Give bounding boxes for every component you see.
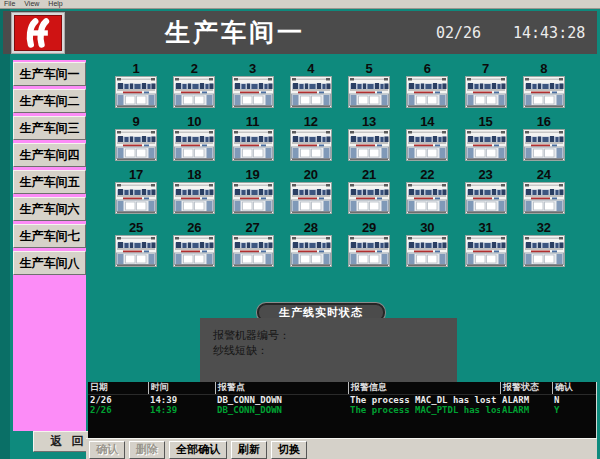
- toolbar-button-3[interactable]: 全部确认: [169, 441, 227, 459]
- knitting-machine-icon: [173, 129, 215, 161]
- knitting-machine-icon: [348, 129, 390, 161]
- machine-number-label: 4: [307, 62, 314, 76]
- machine-9[interactable]: 9: [115, 115, 157, 168]
- alarm-info-panel: 报警机器编号： 纱线短缺：: [200, 318, 457, 383]
- machine-12[interactable]: 12: [290, 115, 332, 168]
- knitting-machine-icon: [290, 76, 332, 108]
- company-logo: [11, 12, 65, 54]
- alarm-cell: 14:39: [148, 405, 215, 415]
- machine-27[interactable]: 27: [232, 221, 274, 274]
- machine-14[interactable]: 14: [406, 115, 448, 168]
- sidebar: 生产车间一生产车间二生产车间三生产车间四生产车间五生产车间六生产车间七生产车间八: [13, 60, 86, 431]
- knitting-machine-icon: [406, 182, 448, 214]
- alarm-cell: 2/26: [88, 405, 148, 415]
- sidebar-item-workshop-4[interactable]: 生产车间四: [13, 143, 86, 167]
- alarm-cell: DB_CONN_DOWN: [215, 405, 348, 415]
- machine-number-label: 9: [133, 115, 140, 129]
- menu-item-help[interactable]: Help: [48, 0, 62, 8]
- machine-number-label: 1: [133, 62, 140, 76]
- menu-item-view[interactable]: View: [24, 0, 39, 8]
- menu-item-file[interactable]: File: [4, 0, 15, 8]
- yarn-shortage-label: 纱线短缺：: [213, 343, 457, 358]
- alarm-row-1[interactable]: 2/2614:39DB_CONN_DOWNThe process MAC_DL …: [88, 395, 596, 405]
- toolbar-button-5[interactable]: 切换: [271, 441, 307, 459]
- machine-number-label: 32: [537, 221, 551, 235]
- machine-number-label: 3: [249, 62, 256, 76]
- knitting-machine-icon: [232, 129, 274, 161]
- alarm-column-header: 报警状态: [500, 382, 552, 394]
- knitting-machine-icon: [173, 76, 215, 108]
- knitting-machine-icon: [465, 76, 507, 108]
- machine-number-label: 25: [129, 221, 143, 235]
- header-date: 02/26: [436, 24, 481, 42]
- knitting-machine-icon: [173, 182, 215, 214]
- machine-19[interactable]: 19: [232, 168, 274, 221]
- toolbar-button-4[interactable]: 刷新: [231, 441, 267, 459]
- logo-h-glyph: [15, 16, 61, 50]
- page-title: 生产车间一: [128, 16, 342, 49]
- machine-20[interactable]: 20: [290, 168, 332, 221]
- machine-30[interactable]: 30: [406, 221, 448, 274]
- machine-17[interactable]: 17: [115, 168, 157, 221]
- machine-3[interactable]: 3: [232, 62, 274, 115]
- sidebar-item-workshop-6[interactable]: 生产车间六: [13, 197, 86, 221]
- machine-26[interactable]: 26: [173, 221, 215, 274]
- machine-13[interactable]: 13: [348, 115, 390, 168]
- machine-6[interactable]: 6: [406, 62, 448, 115]
- machine-number-label: 13: [362, 115, 376, 129]
- knitting-machine-icon: [465, 235, 507, 267]
- sidebar-item-workshop-7[interactable]: 生产车间七: [13, 224, 86, 248]
- machine-21[interactable]: 21: [348, 168, 390, 221]
- left-edge-strip: [0, 9, 10, 459]
- sidebar-item-workshop-8[interactable]: 生产车间八: [13, 251, 86, 275]
- sidebar-item-workshop-1[interactable]: 生产车间一: [13, 62, 86, 86]
- alarm-table: 日期时间报警点报警信息报警状态确认 2/2614:39DB_CONN_DOWNT…: [88, 382, 597, 440]
- machine-29[interactable]: 29: [348, 221, 390, 274]
- machine-15[interactable]: 15: [465, 115, 507, 168]
- machine-16[interactable]: 16: [523, 115, 565, 168]
- knitting-machine-icon: [465, 129, 507, 161]
- machine-number-label: 12: [304, 115, 318, 129]
- machine-1[interactable]: 1: [115, 62, 157, 115]
- machine-10[interactable]: 10: [173, 115, 215, 168]
- knitting-machine-icon: [232, 235, 274, 267]
- alarm-machine-number-label: 报警机器编号：: [213, 328, 457, 343]
- machine-number-label: 24: [537, 168, 551, 182]
- machine-2[interactable]: 2: [173, 62, 215, 115]
- machine-number-label: 16: [537, 115, 551, 129]
- machine-number-label: 29: [362, 221, 376, 235]
- knitting-machine-icon: [348, 182, 390, 214]
- machine-31[interactable]: 31: [465, 221, 507, 274]
- knitting-machine-icon: [232, 182, 274, 214]
- alarm-row-2[interactable]: 2/2614:39DB_CONN_DOWNThe process MAC_PTD…: [88, 405, 596, 415]
- machine-18[interactable]: 18: [173, 168, 215, 221]
- machine-32[interactable]: 32: [523, 221, 565, 274]
- knitting-machine-icon: [290, 129, 332, 161]
- knitting-machine-icon: [115, 76, 157, 108]
- sidebar-item-workshop-3[interactable]: 生产车间三: [13, 116, 86, 140]
- toolbar-button-2: 删除: [129, 441, 165, 459]
- machine-22[interactable]: 22: [406, 168, 448, 221]
- alarm-column-header: 确认: [552, 382, 596, 394]
- knitting-machine-icon: [406, 129, 448, 161]
- sidebar-item-workshop-5[interactable]: 生产车间五: [13, 170, 86, 194]
- machine-23[interactable]: 23: [465, 168, 507, 221]
- knitting-machine-icon: [406, 76, 448, 108]
- machine-28[interactable]: 28: [290, 221, 332, 274]
- machine-8[interactable]: 8: [523, 62, 565, 115]
- machine-number-label: 23: [478, 168, 492, 182]
- machine-25[interactable]: 25: [115, 221, 157, 274]
- machine-number-label: 6: [424, 62, 431, 76]
- alarm-column-header: 时间: [148, 382, 215, 394]
- machine-grid: 1 2: [107, 62, 573, 274]
- machine-4[interactable]: 4: [290, 62, 332, 115]
- machine-5[interactable]: 5: [348, 62, 390, 115]
- machine-11[interactable]: 11: [232, 115, 274, 168]
- machine-7[interactable]: 7: [465, 62, 507, 115]
- machine-number-label: 20: [304, 168, 318, 182]
- machine-24[interactable]: 24: [523, 168, 565, 221]
- sidebar-item-workshop-2[interactable]: 生产车间二: [13, 89, 86, 113]
- machine-number-label: 22: [420, 168, 434, 182]
- knitting-machine-icon: [290, 182, 332, 214]
- knitting-machine-icon: [115, 235, 157, 267]
